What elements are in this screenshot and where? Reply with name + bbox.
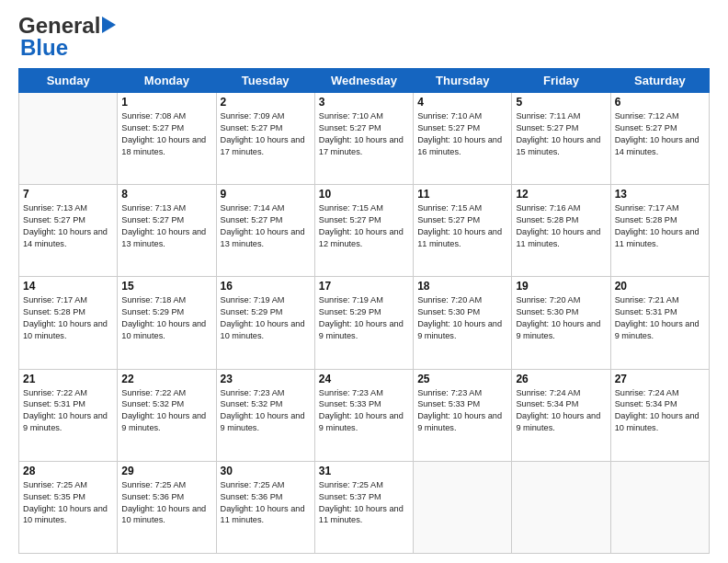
sun-info: Sunrise: 7:25 AM Sunset: 5:36 PM Dayligh… [121,479,211,527]
day-number: 19 [516,280,606,293]
day-number: 4 [417,96,507,109]
sunset-label: Sunset: 5:32 PM [221,399,283,408]
daylight-label: Daylight: 10 hours and 13 minutes. [121,227,206,248]
calendar-cell: 27 Sunrise: 7:24 AM Sunset: 5:34 PM Dayl… [610,369,709,461]
daylight-label: Daylight: 10 hours and 9 minutes. [221,411,305,432]
sunrise-label: Sunrise: 7:16 AM [516,203,580,213]
sunrise-label: Sunrise: 7:15 AM [417,203,482,213]
sunset-label: Sunset: 5:27 PM [615,123,677,132]
sun-info: Sunrise: 7:15 AM Sunset: 5:27 PM Dayligh… [319,202,409,250]
day-number: 8 [121,188,211,201]
daylight-label: Daylight: 10 hours and 9 minutes. [121,411,206,432]
logo-general-text: General [18,15,100,37]
day-number: 21 [23,373,113,385]
sunset-label: Sunset: 5:37 PM [319,492,381,501]
calendar-cell: 15 Sunrise: 7:18 AM Sunset: 5:29 PM Dayl… [118,277,216,369]
calendar-cell: 6 Sunrise: 7:12 AM Sunset: 5:27 PM Dayli… [610,93,709,185]
day-header-thursday: Thursday [414,69,512,93]
day-number: 31 [319,465,409,477]
daylight-label: Daylight: 10 hours and 11 minutes. [615,227,700,248]
day-number: 7 [23,188,113,201]
sunset-label: Sunset: 5:27 PM [319,215,381,224]
sun-info: Sunrise: 7:11 AM Sunset: 5:27 PM Dayligh… [516,110,606,158]
sunset-label: Sunset: 5:28 PM [516,215,578,224]
sunset-label: Sunset: 5:33 PM [417,399,480,408]
header: General Blue [18,15,710,59]
calendar-cell: 26 Sunrise: 7:24 AM Sunset: 5:34 PM Dayl… [512,369,610,461]
sunrise-label: Sunrise: 7:19 AM [221,295,285,304]
calendar-cell [512,461,610,553]
sun-info: Sunrise: 7:22 AM Sunset: 5:31 PM Dayligh… [23,387,113,435]
sunrise-label: Sunrise: 7:25 AM [319,480,383,489]
day-number: 26 [516,373,606,385]
daylight-label: Daylight: 10 hours and 11 minutes. [221,504,305,525]
calendar-cell: 24 Sunrise: 7:23 AM Sunset: 5:33 PM Dayl… [314,369,413,461]
daylight-label: Daylight: 10 hours and 9 minutes. [516,411,600,432]
sun-info: Sunrise: 7:14 AM Sunset: 5:27 PM Dayligh… [221,202,311,250]
sunset-label: Sunset: 5:27 PM [516,123,578,132]
daylight-label: Daylight: 10 hours and 17 minutes. [221,135,305,156]
day-number: 16 [221,280,311,293]
calendar-table: SundayMondayTuesdayWednesdayThursdayFrid… [18,68,710,554]
sun-info: Sunrise: 7:09 AM Sunset: 5:27 PM Dayligh… [221,110,311,158]
day-number: 3 [319,96,409,109]
sun-info: Sunrise: 7:22 AM Sunset: 5:32 PM Dayligh… [121,387,211,435]
sun-info: Sunrise: 7:16 AM Sunset: 5:28 PM Dayligh… [516,202,606,250]
calendar-cell: 14 Sunrise: 7:17 AM Sunset: 5:28 PM Dayl… [19,277,118,369]
calendar-cell: 25 Sunrise: 7:23 AM Sunset: 5:33 PM Dayl… [414,369,512,461]
calendar-cell: 3 Sunrise: 7:10 AM Sunset: 5:27 PM Dayli… [314,93,413,185]
calendar-cell: 30 Sunrise: 7:25 AM Sunset: 5:36 PM Dayl… [216,461,314,553]
sun-info: Sunrise: 7:19 AM Sunset: 5:29 PM Dayligh… [319,294,409,342]
sunrise-label: Sunrise: 7:08 AM [121,111,186,121]
sunset-label: Sunset: 5:27 PM [319,123,381,132]
daylight-label: Daylight: 10 hours and 9 minutes. [615,319,700,340]
daylight-label: Daylight: 10 hours and 11 minutes. [319,504,404,525]
sunrise-label: Sunrise: 7:22 AM [121,388,186,397]
sunrise-label: Sunrise: 7:23 AM [221,388,285,397]
daylight-label: Daylight: 10 hours and 18 minutes. [121,135,206,156]
day-number: 1 [121,96,211,109]
sunset-label: Sunset: 5:33 PM [319,399,381,408]
sun-info: Sunrise: 7:13 AM Sunset: 5:27 PM Dayligh… [23,202,113,250]
daylight-label: Daylight: 10 hours and 11 minutes. [516,227,600,248]
calendar-cell [414,461,512,553]
calendar-cell: 2 Sunrise: 7:09 AM Sunset: 5:27 PM Dayli… [216,93,314,185]
sunset-label: Sunset: 5:34 PM [516,399,578,408]
sunset-label: Sunset: 5:29 PM [319,307,381,316]
calendar-cell: 12 Sunrise: 7:16 AM Sunset: 5:28 PM Dayl… [512,185,610,277]
sunset-label: Sunset: 5:27 PM [221,123,283,132]
daylight-label: Daylight: 10 hours and 10 minutes. [23,504,108,525]
day-number: 18 [417,280,507,293]
sunrise-label: Sunrise: 7:12 AM [615,111,679,121]
day-number: 11 [417,188,507,201]
sunset-label: Sunset: 5:34 PM [615,399,677,408]
sunrise-label: Sunrise: 7:20 AM [417,295,482,304]
sunrise-label: Sunrise: 7:14 AM [221,203,285,213]
sunrise-label: Sunrise: 7:15 AM [319,203,383,213]
sunset-label: Sunset: 5:27 PM [121,123,184,132]
week-row-5: 28 Sunrise: 7:25 AM Sunset: 5:35 PM Dayl… [19,461,710,553]
calendar-cell: 17 Sunrise: 7:19 AM Sunset: 5:29 PM Dayl… [314,277,413,369]
day-number: 13 [615,188,705,201]
sun-info: Sunrise: 7:19 AM Sunset: 5:29 PM Dayligh… [221,294,311,342]
sunset-label: Sunset: 5:36 PM [121,492,184,501]
sun-info: Sunrise: 7:12 AM Sunset: 5:27 PM Dayligh… [615,110,705,158]
daylight-label: Daylight: 10 hours and 14 minutes. [615,135,700,156]
sun-info: Sunrise: 7:17 AM Sunset: 5:28 PM Dayligh… [615,202,705,250]
daylight-label: Daylight: 10 hours and 11 minutes. [417,227,502,248]
sunrise-label: Sunrise: 7:19 AM [319,295,383,304]
day-number: 23 [221,373,311,385]
calendar-cell: 21 Sunrise: 7:22 AM Sunset: 5:31 PM Dayl… [19,369,118,461]
sun-info: Sunrise: 7:24 AM Sunset: 5:34 PM Dayligh… [516,387,606,435]
sunset-label: Sunset: 5:30 PM [417,307,480,316]
sunrise-label: Sunrise: 7:23 AM [319,388,383,397]
sunrise-label: Sunrise: 7:11 AM [516,111,580,121]
sunset-label: Sunset: 5:29 PM [121,307,184,316]
day-number: 20 [615,280,705,293]
sunset-label: Sunset: 5:27 PM [121,215,184,224]
sun-info: Sunrise: 7:25 AM Sunset: 5:35 PM Dayligh… [23,479,113,527]
sunrise-label: Sunrise: 7:10 AM [319,111,383,121]
sunset-label: Sunset: 5:31 PM [615,307,677,316]
logo-blue-text: Blue [20,37,116,59]
sunset-label: Sunset: 5:30 PM [516,307,578,316]
